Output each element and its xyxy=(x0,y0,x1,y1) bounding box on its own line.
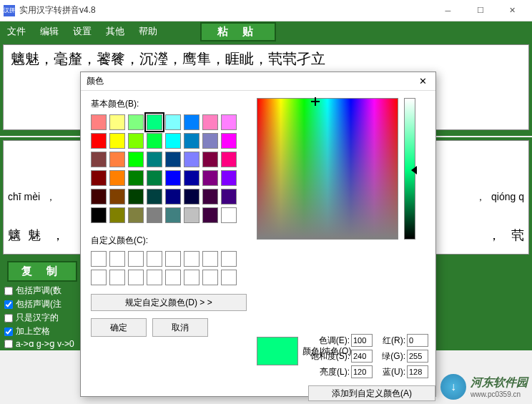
custom-color-swatch[interactable] xyxy=(91,270,107,285)
color-swatch[interactable] xyxy=(165,152,181,167)
add-to-custom-button[interactable]: 添加到自定义颜色(A) xyxy=(308,385,435,401)
minimize-button[interactable]: ─ xyxy=(432,1,464,21)
red-input[interactable] xyxy=(407,334,428,347)
custom-color-swatch[interactable] xyxy=(109,251,125,267)
sat-label: 饱和度(S): xyxy=(308,350,350,363)
color-swatch[interactable] xyxy=(184,114,200,130)
color-swatch[interactable] xyxy=(202,133,218,149)
menu-other[interactable]: 其他 xyxy=(106,25,124,38)
color-swatch[interactable] xyxy=(109,207,125,223)
menu-help[interactable]: 帮助 xyxy=(139,25,157,38)
color-swatch[interactable] xyxy=(109,133,125,149)
color-swatch[interactable] xyxy=(128,114,144,130)
color-swatch[interactable] xyxy=(202,189,218,205)
basic-color-grid xyxy=(91,114,247,223)
color-swatch[interactable] xyxy=(128,207,144,223)
color-swatch[interactable] xyxy=(91,114,107,130)
option-label: 加上空格 xyxy=(16,325,50,338)
custom-color-swatch[interactable] xyxy=(147,251,162,267)
custom-color-swatch[interactable] xyxy=(184,270,200,285)
color-swatch[interactable] xyxy=(202,170,218,186)
color-gradient-picker[interactable] xyxy=(257,98,398,240)
option-label: 包括声调(注 xyxy=(16,298,61,310)
color-swatch[interactable] xyxy=(202,152,218,167)
color-swatch[interactable] xyxy=(202,207,218,223)
color-swatch[interactable] xyxy=(128,189,144,205)
color-swatch[interactable] xyxy=(91,133,107,149)
menu-file[interactable]: 文件 xyxy=(7,25,26,38)
crosshair-icon xyxy=(311,97,320,106)
color-swatch[interactable] xyxy=(165,170,181,186)
color-swatch[interactable] xyxy=(165,207,181,223)
color-swatch[interactable] xyxy=(184,170,200,186)
color-swatch[interactable] xyxy=(221,189,237,205)
color-swatch[interactable] xyxy=(109,114,125,130)
color-swatch[interactable] xyxy=(221,170,237,186)
lum-input[interactable] xyxy=(351,365,373,378)
red-label: 红(R): xyxy=(377,335,405,347)
sat-input[interactable] xyxy=(351,350,373,363)
color-swatch[interactable] xyxy=(184,133,200,149)
cancel-button[interactable]: 取消 xyxy=(152,318,208,337)
color-swatch[interactable] xyxy=(184,207,200,223)
maximize-button[interactable]: ☐ xyxy=(464,1,496,21)
paste-button[interactable]: 粘 贴 xyxy=(200,22,276,41)
color-swatch[interactable] xyxy=(91,189,107,205)
color-swatch[interactable] xyxy=(221,207,237,223)
define-custom-button[interactable]: 规定自定义颜色(D) > > xyxy=(91,294,247,311)
color-dialog: 颜色 ✕ 基本颜色(B): 自定义颜色(C): 规定自定义颜色(D) > > 确… xyxy=(80,72,436,397)
option-label: a->ɑ g->ɡ v->0 xyxy=(16,339,74,349)
color-swatch[interactable] xyxy=(91,207,107,223)
custom-color-swatch[interactable] xyxy=(221,251,237,267)
color-swatch[interactable] xyxy=(109,152,125,167)
color-swatch[interactable] xyxy=(147,152,162,167)
color-swatch[interactable] xyxy=(128,133,144,149)
checkbox-input[interactable] xyxy=(4,340,13,348)
custom-color-swatch[interactable] xyxy=(202,251,218,267)
color-swatch[interactable] xyxy=(109,170,125,186)
green-input[interactable] xyxy=(407,350,428,363)
color-swatch[interactable] xyxy=(221,114,237,130)
menu-edit[interactable]: 编辑 xyxy=(40,25,59,38)
custom-color-swatch[interactable] xyxy=(147,270,162,285)
color-swatch[interactable] xyxy=(91,152,107,167)
menu-settings[interactable]: 设置 xyxy=(73,25,92,38)
custom-color-swatch[interactable] xyxy=(202,270,218,285)
dialog-close-button[interactable]: ✕ xyxy=(415,75,430,88)
color-swatch[interactable] xyxy=(165,133,181,149)
color-swatch[interactable] xyxy=(165,114,181,130)
pinyin-row: chī mèi ， xyxy=(8,191,64,204)
checkbox-input[interactable] xyxy=(4,300,13,309)
color-swatch[interactable] xyxy=(147,170,162,186)
blue-input[interactable] xyxy=(407,365,428,378)
custom-color-swatch[interactable] xyxy=(128,251,144,267)
color-swatch[interactable] xyxy=(221,152,237,167)
custom-color-swatch[interactable] xyxy=(184,251,200,267)
custom-color-swatch[interactable] xyxy=(165,251,181,267)
color-swatch[interactable] xyxy=(202,114,218,130)
basic-colors-label: 基本颜色(B): xyxy=(91,98,247,110)
color-swatch[interactable] xyxy=(221,133,237,149)
color-swatch[interactable] xyxy=(184,189,200,205)
color-swatch[interactable] xyxy=(128,170,144,186)
custom-color-swatch[interactable] xyxy=(109,270,125,285)
ok-button[interactable]: 确定 xyxy=(91,318,147,337)
color-swatch[interactable] xyxy=(165,189,181,205)
custom-color-swatch[interactable] xyxy=(91,251,107,267)
close-button[interactable]: ✕ xyxy=(496,1,528,21)
color-swatch[interactable] xyxy=(109,189,125,205)
hue-input[interactable] xyxy=(351,334,373,347)
checkbox-input[interactable] xyxy=(4,314,13,322)
color-swatch[interactable] xyxy=(147,133,162,149)
color-swatch[interactable] xyxy=(147,189,162,205)
color-swatch[interactable] xyxy=(184,152,200,167)
color-swatch[interactable] xyxy=(147,207,162,223)
color-swatch[interactable] xyxy=(147,114,162,130)
custom-color-swatch[interactable] xyxy=(221,270,237,285)
color-swatch[interactable] xyxy=(128,152,144,167)
custom-color-swatch[interactable] xyxy=(165,270,181,285)
app-icon: 汉拼 xyxy=(4,5,15,16)
custom-color-swatch[interactable] xyxy=(128,270,144,285)
color-swatch[interactable] xyxy=(91,170,107,186)
checkbox-input[interactable] xyxy=(4,327,13,336)
